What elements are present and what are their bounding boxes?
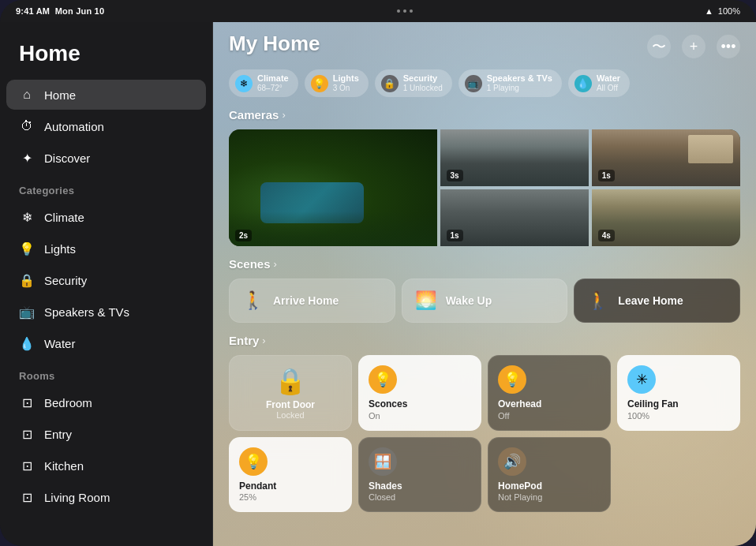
categories-header: Categories (0, 174, 212, 201)
leave-home-icon: 🚶 (587, 290, 608, 311)
camera-cell-4[interactable]: 1s (440, 189, 589, 246)
water-pill[interactable]: 💧 Water All Off (568, 69, 630, 97)
sidebar-item-entry[interactable]: ⊡ Entry (6, 419, 206, 449)
scene-arrive-home[interactable]: 🚶 Arrive Home (229, 279, 395, 323)
camera-cell-3[interactable]: 1s (592, 129, 740, 186)
device-homepod[interactable]: 🔊 HomePod Not Playing (488, 437, 611, 513)
ipad-frame: 9:41 AM Mon Jun 10 ▲ 100% Home ⌂ Home ⏱ … (0, 0, 756, 546)
status-dot-3 (410, 9, 413, 13)
entry-title: Entry (229, 334, 259, 347)
camera-timer-5: 4s (598, 230, 615, 241)
device-shades[interactable]: 🪟 Shades Closed (358, 437, 481, 513)
content-header: My Home 〜 + ••• (229, 32, 740, 58)
pendant-name: Pendant (239, 481, 342, 493)
sidebar-item-automation[interactable]: ⏱ Automation (6, 111, 206, 141)
sconces-name: Sconces (369, 398, 471, 411)
waveform-button[interactable]: 〜 (647, 35, 671, 58)
device-front-door[interactable]: 🔒 Front Door Locked (229, 355, 352, 431)
sidebar-item-livingroom[interactable]: ⊡ Living Room (6, 482, 206, 512)
sidebar-item-discover[interactable]: ✦ Discover (6, 143, 206, 173)
ceiling-fan-name: Ceiling Fan (627, 398, 730, 411)
sidebar: Home ⌂ Home ⏱ Automation ✦ Discover Cate… (0, 22, 213, 546)
sidebar-item-water[interactable]: 💧 Water (6, 328, 206, 358)
sidebar-item-speakers[interactable]: 📺 Speakers & TVs (6, 297, 206, 327)
overhead-status: Off (498, 411, 601, 421)
lights-pill[interactable]: 💡 Lights 3 On (305, 69, 369, 97)
shades-status: Closed (369, 492, 471, 502)
sidebar-item-security[interactable]: 🔒 Security (6, 265, 206, 295)
more-button[interactable]: ••• (717, 35, 740, 58)
status-pills: ❄ Climate 68–72° 💡 Lights 3 On (229, 69, 740, 97)
speakers-pill-value: 1 Playing (487, 84, 552, 93)
pendant-icon: 💡 (239, 447, 268, 476)
cameras-section-header: Cameras › (229, 108, 740, 122)
sidebar-kitchen-label: Kitchen (44, 459, 84, 473)
sconces-icon: 💡 (369, 365, 397, 394)
overhead-icon: 💡 (498, 365, 526, 394)
status-center (397, 9, 413, 13)
sidebar-item-home[interactable]: ⌂ Home (6, 80, 206, 110)
wifi-icon: ▲ (705, 6, 713, 16)
sidebar-water-label: Water (44, 337, 75, 350)
sidebar-home-label: Home (44, 88, 76, 102)
scenes-chevron[interactable]: › (274, 258, 277, 270)
kitchen-icon: ⊡ (19, 458, 35, 473)
rooms-header: Rooms (0, 359, 212, 387)
camera-timer-3: 1s (598, 170, 615, 181)
waveform-icon: 〜 (652, 37, 666, 56)
speakers-icon: 📺 (19, 304, 35, 320)
sidebar-discover-label: Discover (44, 151, 90, 165)
security-pill-icon: 🔒 (381, 75, 399, 92)
sidebar-item-lights[interactable]: 💡 Lights (6, 234, 206, 264)
status-time: 9:41 AM Mon Jun 10 (16, 6, 104, 16)
arrive-home-label: Arrive Home (273, 294, 339, 307)
lights-pill-value: 3 On (333, 84, 359, 93)
front-door-lock-icon: 🔒 (275, 366, 306, 396)
camera-cell-5[interactable]: 4s (592, 189, 740, 246)
water-pill-value: All Off (597, 84, 620, 93)
wake-up-label: Wake Up (446, 294, 492, 307)
sidebar-entry-label: Entry (44, 428, 72, 441)
device-overhead[interactable]: 💡 Overhead Off (488, 355, 611, 431)
device-ceiling-fan[interactable]: ✳ Ceiling Fan 100% (617, 355, 740, 431)
discover-icon: ✦ (19, 150, 35, 166)
security-pill[interactable]: 🔒 Security 1 Unlocked (375, 69, 452, 97)
ceiling-fan-icon: ✳ (627, 365, 656, 394)
header-actions: 〜 + ••• (647, 32, 740, 58)
camera-cell-1[interactable]: 2s (229, 129, 437, 246)
shades-icon: 🪟 (369, 447, 397, 476)
add-button[interactable]: + (682, 35, 705, 58)
front-door-status: Locked (276, 410, 304, 420)
sidebar-lights-label: Lights (44, 242, 76, 256)
lights-pill-icon: 💡 (311, 75, 328, 92)
speakers-pill[interactable]: 📺 Speakers & TVs 1 Playing (458, 69, 562, 97)
shades-name: Shades (369, 481, 471, 493)
scene-wake-up[interactable]: 🌅 Wake Up (402, 279, 568, 323)
sidebar-item-climate[interactable]: ❄ Climate (6, 202, 206, 232)
sidebar-automation-label: Automation (44, 120, 104, 133)
climate-pill-value: 68–72° (257, 84, 289, 93)
scenes-title: Scenes (229, 257, 271, 271)
sidebar-item-kitchen[interactable]: ⊡ Kitchen (6, 451, 206, 481)
automation-icon: ⏱ (19, 118, 35, 134)
sconces-status: On (369, 411, 471, 421)
livingroom-icon: ⊡ (19, 489, 35, 505)
sidebar-item-bedroom[interactable]: ⊡ Bedroom (6, 387, 206, 417)
bedroom-icon: ⊡ (19, 395, 35, 410)
lights-icon: 💡 (19, 241, 35, 256)
front-door-name: Front Door (266, 399, 315, 410)
camera-timer-4: 1s (447, 230, 463, 241)
camera-cell-2[interactable]: 3s (440, 129, 589, 186)
ceiling-fan-status: 100% (627, 411, 730, 421)
entry-chevron[interactable]: › (262, 335, 265, 346)
entry-section-header: Entry › (229, 334, 740, 347)
cameras-title: Cameras (229, 108, 279, 122)
climate-pill[interactable]: ❄ Climate 68–72° (229, 69, 298, 97)
homepod-icon: 🔊 (498, 447, 526, 476)
camera-timer-2: 3s (447, 170, 463, 181)
cameras-chevron[interactable]: › (282, 109, 285, 121)
leave-home-label: Leave Home (618, 294, 683, 307)
scene-leave-home[interactable]: 🚶 Leave Home (574, 279, 740, 323)
device-sconces[interactable]: 💡 Sconces On (358, 355, 481, 431)
device-pendant[interactable]: 💡 Pendant 25% (229, 437, 352, 513)
